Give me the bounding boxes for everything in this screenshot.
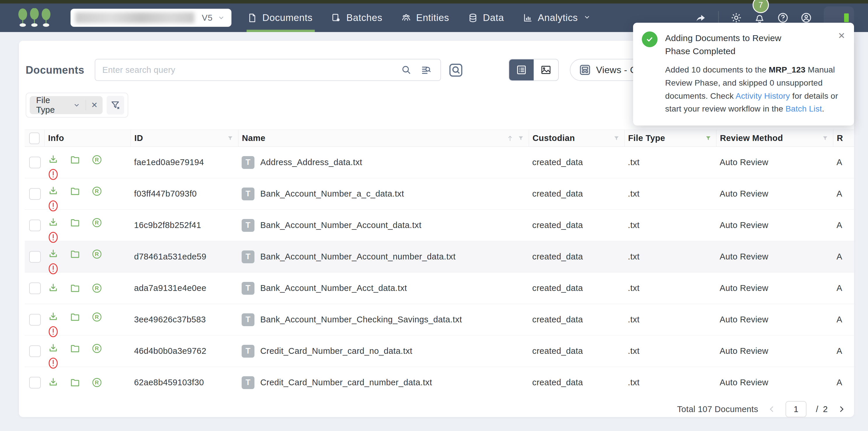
circled-r-icon[interactable]: R [92, 217, 102, 228]
file-type-value: .txt [628, 378, 640, 387]
tab-batches[interactable]: Batches [331, 3, 382, 32]
search-icon[interactable] [401, 64, 412, 75]
download-icon[interactable] [48, 377, 59, 388]
circled-r-icon[interactable]: R [92, 343, 102, 354]
filter-chip-file-type[interactable]: File Type ✕ [30, 96, 102, 114]
document-name[interactable]: Address_Address_data.txt [260, 158, 362, 167]
next-page-icon[interactable] [837, 405, 846, 413]
current-page-input[interactable]: 1 [785, 401, 806, 417]
folder-icon[interactable] [70, 154, 81, 165]
folder-icon[interactable] [70, 377, 81, 388]
row-checkbox[interactable] [29, 283, 41, 294]
column-header-custodian[interactable]: Custodian [529, 130, 624, 146]
download-icon[interactable] [48, 186, 59, 197]
download-icon[interactable] [48, 343, 59, 354]
previous-page-icon[interactable] [768, 405, 776, 413]
table-row[interactable]: Rada7a9131e4e0eeTBank_Account_Number_Acc… [25, 273, 854, 304]
row-checkbox[interactable] [29, 157, 41, 168]
remove-filter-icon[interactable]: ✕ [91, 101, 98, 109]
table-row[interactable]: R3ee49626c37b583TBank_Account_Number_Che… [25, 304, 854, 335]
row-checkbox[interactable] [29, 188, 41, 200]
search-input[interactable] [95, 65, 401, 75]
folder-icon[interactable] [70, 283, 81, 294]
folder-icon[interactable] [70, 217, 81, 228]
column-header-file_type[interactable]: File Type [624, 130, 716, 146]
clear-all-filters-button[interactable] [107, 96, 124, 114]
filter-funnel-icon[interactable] [822, 135, 828, 141]
filter-funnel-icon[interactable] [227, 135, 234, 141]
table-row[interactable]: R46d4b0b0a3e9762TCredit_Card_Number_card… [25, 335, 854, 367]
column-header-review_status[interactable]: R [833, 130, 854, 146]
project-selector[interactable]: V5 [70, 9, 231, 27]
row-review-method-cell: Auto Review [716, 221, 833, 230]
document-name[interactable]: Bank_Account_Number_a_c_data.txt [260, 189, 404, 199]
row-checkbox[interactable] [29, 345, 41, 357]
alert-icon[interactable] [48, 325, 59, 338]
document-name[interactable]: Bank_Account_Number_Checking_Savings_dat… [260, 315, 462, 324]
row-checkbox[interactable] [29, 377, 41, 389]
list-view-button[interactable] [509, 59, 534, 80]
filter-funnel-icon[interactable] [705, 135, 711, 141]
filter-funnel-icon[interactable] [518, 135, 524, 141]
share-icon[interactable] [695, 12, 707, 24]
sort-asc-icon[interactable] [506, 134, 514, 142]
alert-icon[interactable] [48, 231, 59, 244]
download-icon[interactable] [48, 217, 59, 228]
alert-icon[interactable] [48, 357, 59, 370]
column-header-name[interactable]: Name [238, 130, 529, 146]
folder-icon[interactable] [70, 249, 81, 260]
row-checkbox[interactable] [29, 314, 41, 326]
circled-r-icon[interactable]: R [92, 377, 102, 388]
chevron-down-icon[interactable] [73, 101, 81, 109]
alert-icon[interactable] [48, 199, 59, 212]
tab-data[interactable]: Data [468, 3, 504, 32]
table-row[interactable]: R16c9b2f8b252f41TBank_Account_Number_Acc… [25, 210, 854, 241]
help-icon[interactable] [777, 12, 789, 24]
document-name[interactable]: Bank_Account_Number_Account_data.txt [260, 221, 422, 230]
document-name[interactable]: Credit_Card_Number_card_number_data.txt [260, 378, 432, 387]
column-header-id[interactable]: ID [131, 130, 238, 146]
download-icon[interactable] [48, 154, 59, 165]
circled-r-icon[interactable]: R [92, 249, 102, 260]
alert-icon[interactable] [48, 168, 59, 181]
text-type-badge: T [242, 376, 254, 389]
table-row[interactable]: Rd78461a531ede59TBank_Account_Number_Acc… [25, 241, 854, 273]
download-icon[interactable] [48, 311, 59, 322]
table-row[interactable]: R62ae8b459103f30TCredit_Card_Number_card… [25, 367, 854, 398]
download-icon[interactable] [48, 283, 59, 294]
close-icon[interactable]: ✕ [838, 31, 845, 58]
row-checkbox[interactable] [29, 220, 41, 231]
alert-icon[interactable] [48, 262, 59, 275]
folder-icon[interactable] [70, 186, 81, 197]
document-name[interactable]: Credit_Card_Number_card_no_data.txt [260, 346, 412, 356]
circled-r-icon[interactable]: R [92, 186, 102, 197]
select-all-checkbox[interactable] [29, 133, 40, 144]
notifications-bell-icon[interactable]: 7 [754, 12, 766, 24]
circled-r-icon[interactable]: R [92, 283, 102, 294]
folder-icon[interactable] [70, 343, 81, 354]
activity-history-link[interactable]: Activity History [736, 92, 790, 100]
advanced-search-icon[interactable] [421, 64, 432, 75]
document-name[interactable]: Bank_Account_Number_Acct_data.txt [260, 284, 407, 293]
table-row[interactable]: Rf03ff447b7093f0TBank_Account_Number_a_c… [25, 178, 854, 210]
settings-gear-icon[interactable] [731, 12, 742, 24]
document-name[interactable]: Bank_Account_Number_Account_number_data.… [260, 252, 456, 262]
document-search-viewer-icon[interactable] [448, 62, 464, 78]
brand-logo-icon[interactable] [16, 8, 54, 27]
tab-entities[interactable]: Entities [401, 3, 449, 32]
circled-r-icon[interactable]: R [92, 154, 102, 165]
circled-r-icon[interactable]: R [92, 311, 102, 322]
row-checkbox[interactable] [29, 251, 41, 263]
tab-analytics[interactable]: Analytics [523, 3, 591, 32]
row-select-cell [25, 377, 44, 389]
download-icon[interactable] [48, 249, 59, 260]
column-header-review_method[interactable]: Review Method [716, 130, 833, 146]
column-header-info[interactable]: Info [44, 130, 131, 146]
folder-icon[interactable] [70, 311, 81, 322]
table-row[interactable]: Rfae1ed0a9e79194TAddress_Address_data.tx… [25, 147, 854, 178]
image-view-button[interactable] [534, 59, 558, 80]
user-icon[interactable] [800, 12, 812, 24]
tab-documents[interactable]: Documents [247, 3, 312, 32]
filter-funnel-icon[interactable] [613, 135, 620, 141]
batch-list-link[interactable]: Batch List [785, 104, 822, 113]
